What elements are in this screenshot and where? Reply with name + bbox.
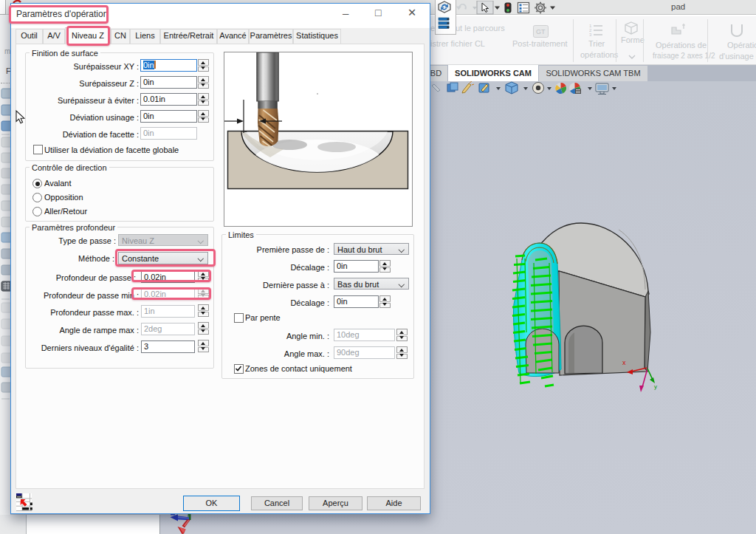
svg-text:GT: GT [536, 28, 546, 35]
svg-text:x: x [622, 359, 626, 366]
svg-text:3: 3 [589, 32, 592, 37]
svg-text:y: y [654, 383, 657, 390]
